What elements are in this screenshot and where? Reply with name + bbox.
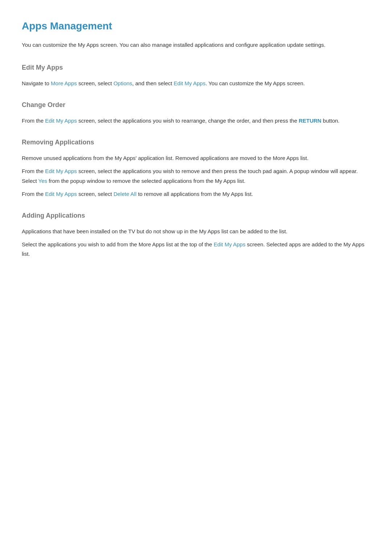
section-body-adding-applications: Applications that have been installed on…: [22, 227, 370, 259]
paragraph: Select the applications you wish to add …: [22, 240, 370, 259]
link-options[interactable]: Options: [114, 80, 132, 86]
link-return[interactable]: RETURN: [299, 118, 322, 124]
paragraph: Remove unused applications from the My A…: [22, 153, 370, 163]
link-edit-my-apps-2[interactable]: Edit My Apps: [45, 118, 77, 124]
paragraph: From the Edit My Apps screen, select Del…: [22, 189, 370, 199]
link-more-apps[interactable]: More Apps: [51, 80, 77, 86]
section-title-adding-applications: Adding Applications: [22, 210, 370, 222]
paragraph: From the Edit My Apps screen, select the…: [22, 167, 370, 186]
section-body-change-order: From the Edit My Apps screen, select the…: [22, 116, 370, 126]
link-delete-all[interactable]: Delete All: [114, 191, 136, 197]
paragraph: From the Edit My Apps screen, select the…: [22, 116, 370, 126]
page-title: Apps Management: [22, 18, 370, 34]
section-adding-applications: Adding Applications Applications that ha…: [22, 210, 370, 259]
section-body-removing-applications: Remove unused applications from the My A…: [22, 153, 370, 199]
paragraph: Applications that have been installed on…: [22, 227, 370, 236]
link-edit-my-apps-4[interactable]: Edit My Apps: [45, 191, 77, 197]
link-edit-my-apps-3[interactable]: Edit My Apps: [45, 168, 77, 174]
section-title-removing-applications: Removing Applications: [22, 137, 370, 149]
section-title-edit-my-apps: Edit My Apps: [22, 62, 370, 74]
link-edit-my-apps-5[interactable]: Edit My Apps: [214, 241, 246, 247]
section-removing-applications: Removing Applications Remove unused appl…: [22, 137, 370, 199]
section-change-order: Change Order From the Edit My Apps scree…: [22, 100, 370, 126]
section-body-edit-my-apps: Navigate to More Apps screen, select Opt…: [22, 79, 370, 88]
section-title-change-order: Change Order: [22, 100, 370, 112]
section-edit-my-apps: Edit My Apps Navigate to More Apps scree…: [22, 62, 370, 88]
link-edit-my-apps-1[interactable]: Edit My Apps: [174, 80, 206, 86]
intro-text: You can customize the My Apps screen. Yo…: [22, 40, 370, 50]
link-yes[interactable]: Yes: [38, 178, 47, 184]
paragraph: Navigate to More Apps screen, select Opt…: [22, 79, 370, 88]
